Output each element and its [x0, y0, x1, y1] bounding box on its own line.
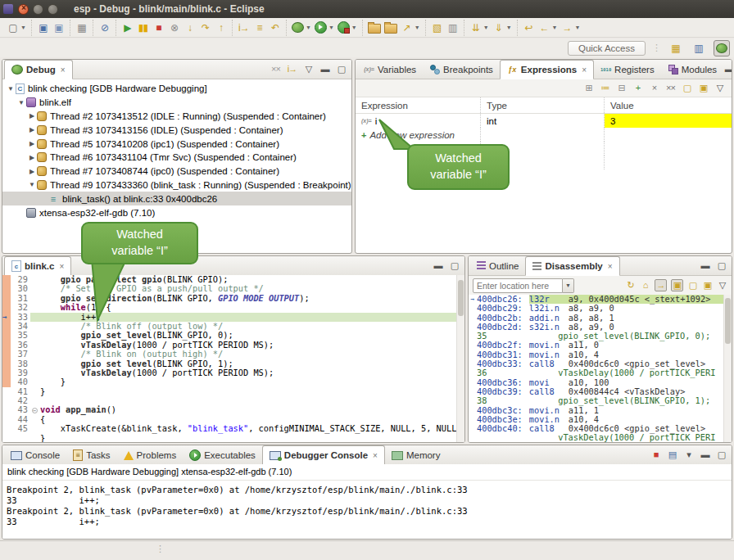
run-icon[interactable] [315, 21, 327, 34]
tab-disassembly[interactable]: Disassembly× [525, 256, 619, 276]
location-dropdown-icon[interactable]: ▼ [563, 278, 574, 293]
terminate-icon[interactable]: ■ [152, 21, 165, 34]
code-line[interactable]: 43−void app_main() [2, 405, 464, 414]
editor-annotation-ruler[interactable] [2, 396, 11, 405]
minimize-icon[interactable]: ▬ [319, 64, 330, 75]
show-logical-structure-icon[interactable]: ≔ [600, 83, 610, 93]
remove-expression-icon[interactable]: × [649, 83, 659, 93]
tab-tasks[interactable]: Tasks [66, 445, 116, 464]
tab-debug[interactable]: Debug × [4, 60, 73, 79]
editor-annotation-ruler[interactable] [2, 341, 11, 350]
editor-annotation-ruler[interactable] [2, 377, 11, 386]
tab-blink-c[interactable]: blink.c × [4, 256, 71, 276]
code-line[interactable]: 37 /* Blink on (output high) */ [2, 350, 464, 359]
editor-annotation-ruler[interactable] [2, 284, 11, 293]
disconnect-icon[interactable]: ⊗ [168, 21, 180, 34]
editor-annotation-ruler[interactable] [2, 350, 11, 359]
editor-annotation-ruler[interactable] [2, 434, 11, 442]
code-line[interactable]: 42 [2, 396, 464, 405]
code-line[interactable]: 40 } [2, 377, 464, 386]
code-line[interactable]: 30 /* Set the GPIO as a push/pull output… [2, 284, 464, 293]
code-line[interactable]: } [2, 434, 464, 442]
disassembly-row[interactable]: vTaskDelay(1000 / portTICK_PERI [469, 433, 732, 442]
debug-tree-item[interactable]: ▼blink.elf [2, 96, 351, 110]
code-line[interactable]: →33 i++; [2, 313, 464, 322]
debug-tree-item[interactable]: ▶Thread #2 1073413512 (IDLE : Running) (… [2, 110, 351, 124]
step-return-icon[interactable]: ↑ [215, 21, 227, 34]
minimize-icon[interactable]: ▬ [723, 64, 732, 75]
code-line[interactable]: 44{ [2, 415, 464, 424]
mark-occurrences-icon[interactable]: ▧ [431, 21, 443, 34]
tree-expander-icon[interactable]: ▶ [27, 140, 37, 147]
code-line[interactable]: 32 while(1) { [2, 303, 464, 312]
tab-modules[interactable]: Modules [661, 60, 723, 79]
open-view-icon[interactable]: ▣ [698, 83, 709, 93]
debug-tree-item[interactable]: ▶Thread #5 1073410208 (ipc1) (Suspended … [2, 137, 351, 151]
display-selected-console-icon[interactable]: ▤ [667, 449, 677, 460]
drop-to-frame-icon[interactable]: ↶ [269, 21, 281, 34]
tree-expander-icon[interactable]: ▶ [27, 112, 37, 120]
fold-collapse-icon[interactable]: − [32, 408, 38, 413]
console-menu-icon[interactable]: ▾ [683, 449, 694, 460]
expression-row[interactable]: (x)=i int 3 [356, 114, 732, 128]
remove-all-expressions-icon[interactable]: ×× [665, 83, 676, 93]
scroll-lock-icon[interactable]: ⇊ [469, 21, 482, 34]
tab-outline[interactable]: Outline [470, 256, 525, 275]
editor-scrollbar[interactable] [456, 275, 464, 442]
home-icon[interactable]: ⌂ [640, 280, 650, 291]
quick-access-button[interactable]: Quick Access [568, 41, 646, 56]
skip-all-breakpoints-icon[interactable]: ⊘ [98, 21, 111, 34]
editor-annotation-ruler[interactable] [2, 415, 11, 424]
view-menu-icon[interactable]: ▽ [303, 64, 314, 75]
debug-tree-item[interactable]: ▼blink checking [GDB Hardware Debugging] [2, 82, 351, 96]
external-tools-dropdown-icon[interactable]: ▼ [351, 25, 357, 30]
code-line[interactable]: 38 gpio_set_level(BLINK_GPIO, 1); [2, 359, 464, 368]
step-over-icon[interactable]: ↷ [199, 21, 211, 34]
pin-editor-icon[interactable]: ⇓ [492, 21, 505, 34]
editor-annotation-ruler[interactable] [2, 387, 11, 396]
close-tab-icon[interactable]: × [608, 262, 613, 271]
close-tab-icon[interactable]: × [373, 451, 378, 460]
pin-editor-dropdown-icon[interactable]: ▼ [506, 25, 512, 30]
editor-annotation-ruler[interactable] [2, 424, 11, 433]
code-line[interactable]: 34 /* Blink off (output low) */ [2, 322, 464, 331]
code-line[interactable]: 35 gpio_set_level(BLINK_GPIO, 0); [2, 331, 464, 340]
minimize-icon[interactable]: ▬ [700, 260, 710, 271]
new-icon[interactable]: ▢ [7, 21, 19, 34]
editor-annotation-ruler[interactable] [2, 322, 11, 331]
follow-execution-icon[interactable]: → [655, 279, 667, 291]
open-resource-icon[interactable] [368, 24, 381, 34]
editor-annotation-ruler[interactable] [2, 303, 11, 312]
show-source-icon[interactable]: ▥ [446, 21, 459, 34]
maximize-icon[interactable]: ▢ [716, 449, 727, 460]
code-line[interactable]: 39 vTaskDelay(1000 / portTICK_PERIOD_MS)… [2, 368, 464, 377]
add-expression-row[interactable]: +Add new expression [356, 128, 732, 142]
forward-dropdown-icon[interactable]: ▼ [575, 25, 581, 30]
editor-annotation-ruler[interactable] [2, 294, 11, 303]
build-icon[interactable]: ▦ [75, 21, 88, 34]
tab-memory[interactable]: Memory [385, 445, 447, 464]
flash-icon[interactable]: ↗ [401, 21, 413, 34]
cpp-perspective-button[interactable]: ▥ [691, 40, 707, 56]
step-into-icon[interactable]: ↓ [184, 21, 196, 34]
tab-debugger-console[interactable]: Debugger Console× [262, 445, 385, 465]
collapse-all-icon[interactable]: ⊟ [616, 83, 627, 93]
editor-annotation-ruler[interactable] [2, 331, 11, 340]
open-perspective-button[interactable]: ▦ [668, 40, 684, 56]
editor-annotation-ruler[interactable] [2, 359, 11, 368]
tab-registers[interactable]: Registers [594, 60, 661, 79]
window-close-button[interactable] [18, 4, 29, 15]
column-value[interactable]: Value [605, 97, 732, 113]
use-step-filters-icon[interactable]: ≡ [253, 21, 265, 34]
instruction-stepping-icon[interactable]: i→ [238, 21, 250, 34]
code-line[interactable]: 41} [2, 387, 464, 396]
external-tools-icon[interactable] [338, 21, 350, 34]
debug-icon[interactable] [292, 22, 304, 33]
tab-breakpoints[interactable]: Breakpoints [423, 60, 500, 79]
open-project-icon[interactable] [384, 24, 397, 34]
debug-tree-item[interactable]: ▶Thread #6 1073431104 (Tmr Svc) (Suspend… [2, 151, 351, 165]
add-expression-icon[interactable]: + [632, 83, 643, 93]
tree-expander-icon[interactable]: ▶ [27, 154, 37, 161]
tab-expressions[interactable]: Expressions× [500, 60, 594, 79]
editor-annotation-ruler[interactable] [2, 368, 11, 377]
